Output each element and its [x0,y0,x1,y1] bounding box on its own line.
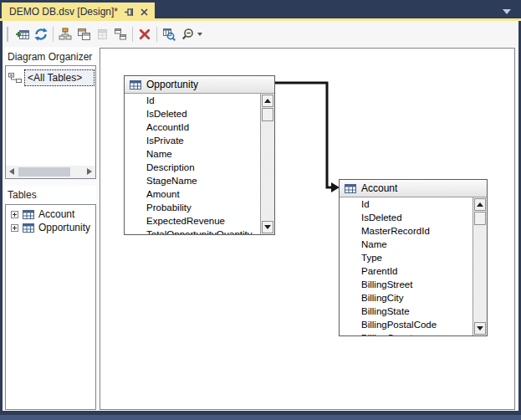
delete-button[interactable] [135,25,154,44]
field-row[interactable]: Description [125,161,260,174]
designer-toolbar [3,21,518,47]
field-name: BillingCountry [361,333,421,335]
field-name: ExpectedRevenue [146,216,225,226]
tree-item-label[interactable]: Account [38,208,74,220]
tree-item-label[interactable]: Opportunity [38,222,90,233]
field-row[interactable]: StageName [125,174,260,187]
field-name: BillingCity [361,293,404,303]
field-row[interactable]: Id [125,94,260,107]
table-widget-title: Opportunity [146,79,198,90]
zoom-button[interactable] [178,25,205,44]
zoom-dropdown-chevron-icon[interactable] [197,33,202,36]
field-name: Id [146,95,155,105]
scroll-up-icon [264,99,271,103]
application-window: DEMO DB.dsv [Design]* [0,0,521,420]
field-row[interactable]: Amount [125,187,260,201]
scrollbar-thumb[interactable] [262,108,273,121]
toolbar-separator [53,27,54,42]
client-area: Diagram Organizer [3,21,518,411]
field-name: BillingStreet [361,279,412,289]
add-remove-tables-button[interactable] [13,25,32,44]
horizontal-scrollbar[interactable] [6,166,95,178]
field-row[interactable]: ParentId [340,264,472,278]
field-name: Id [361,199,370,209]
expand-plus-icon[interactable] [11,224,18,232]
arrange-tables-button[interactable] [56,25,74,44]
table-widget-header[interactable]: Opportunity [125,76,274,94]
scroll-up-icon [477,202,483,207]
field-row[interactable]: TotalOpportunityQuantity [125,228,260,234]
field-row[interactable]: IsPrivate [125,134,260,147]
field-row[interactable]: BillingStreet [340,278,472,291]
field-name: BillingState [361,306,410,316]
field-row[interactable]: Name [340,238,472,251]
new-diagram-button[interactable] [111,25,130,44]
field-row[interactable]: MasterRecordId [340,224,472,238]
arrange-tables-icon [59,28,72,41]
delete-icon [138,28,151,41]
field-row[interactable]: BillingPostalCode [340,318,472,331]
toolbar-grip[interactable] [7,27,8,42]
field-name: Probability [146,202,192,213]
find-table-icon [162,28,176,41]
field-row[interactable]: Probability [125,201,260,214]
document-tab-strip: DEMO DB.dsv [Design]* [0,0,521,21]
vertical-scrollbar[interactable] [260,94,274,234]
table-icon [23,210,34,219]
field-row[interactable]: BillingState [340,305,472,318]
diagram-icon [8,73,22,83]
field-row[interactable]: IsDeleted [125,107,260,120]
field-row[interactable]: Name [125,147,260,161]
document-tab[interactable]: DEMO DB.dsv [Design]* [2,3,155,21]
field-name: BillingPostalCode [361,320,437,330]
field-row[interactable]: Id [340,197,472,211]
table-widget-account[interactable]: Account Id [339,179,488,336]
scroll-up-button[interactable] [474,198,486,211]
pin-icon[interactable] [125,8,134,17]
diagram-organizer-panel: Diagram Organizer [5,48,96,179]
find-table-button[interactable] [160,25,178,44]
table-icon [345,184,356,193]
field-name: IsDeleted [146,109,187,119]
scroll-down-button[interactable] [474,322,486,335]
table-widget-title: Account [361,182,397,194]
table-widget-opportunity[interactable]: Opportunity Id [124,75,275,235]
add-remove-tables-icon [16,28,29,41]
table-widget-header[interactable]: Account [340,180,487,197]
zoom-icon [181,28,195,41]
field-row[interactable]: IsDeleted [340,211,472,224]
diagram-item-label[interactable]: <All Tables> [24,69,94,86]
scroll-up-button[interactable] [262,95,273,107]
scrollbar-thumb[interactable] [18,167,70,177]
scrollbar-thumb[interactable] [474,212,486,225]
tree-item[interactable]: Opportunity [6,221,95,234]
close-icon[interactable] [140,8,148,16]
field-row[interactable]: BillingCountry [340,331,472,335]
tables-panel-title: Tables [5,186,96,203]
refresh-button[interactable] [32,25,50,44]
table-icon [23,223,34,233]
tab-list-chevron-icon[interactable] [503,9,511,14]
field-row[interactable]: AccountId [125,120,260,134]
field-name: TotalOpportunityQuantity [146,229,253,234]
vertical-scrollbar[interactable] [472,197,487,335]
table-widget-body: Id IsDeleted [340,197,487,335]
field-name: IsPrivate [146,136,184,146]
tables-tree: Account Opportunity [5,204,96,410]
diagram-item[interactable]: <All Tables> [8,69,94,86]
scroll-down-icon [264,225,271,229]
field-name: Name [146,149,172,159]
show-related-tables-button[interactable] [74,25,93,44]
table-icon [130,80,141,90]
scroll-down-button[interactable] [262,221,273,233]
field-row[interactable]: ExpectedRevenue [125,214,260,228]
scroll-right-icon[interactable] [87,168,92,175]
field-row[interactable]: Type [340,251,472,264]
expand-plus-icon[interactable] [11,211,18,218]
field-row[interactable]: BillingCity [340,291,472,305]
document-tab-title: DEMO DB.dsv [Design]* [9,6,118,18]
toolbar-separator [156,27,157,42]
scroll-left-icon[interactable] [9,168,14,175]
replace-table-button[interactable] [93,25,111,44]
tree-item[interactable]: Account [6,207,95,221]
